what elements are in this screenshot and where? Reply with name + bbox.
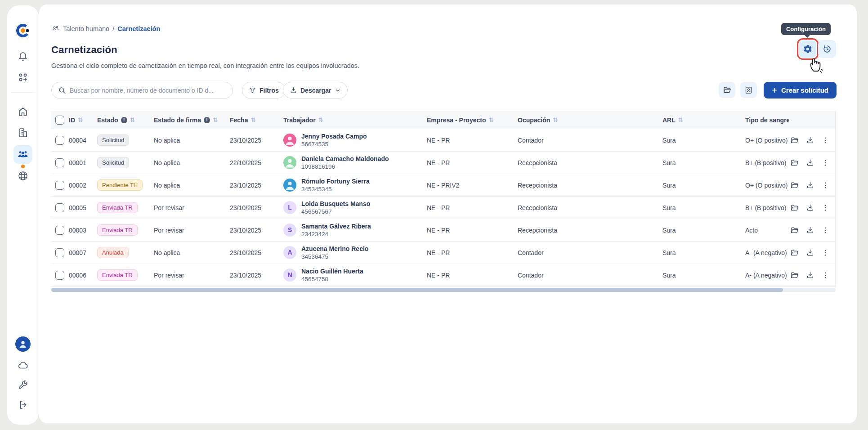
config-highlight-box — [797, 38, 819, 60]
row-select-cell — [51, 226, 69, 235]
worker-document: 23423424 — [301, 230, 371, 238]
cell-estado: Pendiente TH — [97, 179, 154, 191]
row-folder-button[interactable] — [790, 271, 799, 280]
select-all-checkbox[interactable] — [55, 116, 64, 125]
cell-actions — [789, 181, 836, 190]
sort-icon[interactable]: ⇅ — [318, 116, 323, 123]
cell-fecha: 22/10/2025 — [230, 159, 283, 166]
info-icon[interactable]: i — [121, 117, 127, 123]
cell-empresa-proyecto: NE - PR — [427, 272, 518, 279]
notifications-button[interactable] — [18, 50, 28, 61]
column-header-sangre: Tipo de sangre — [745, 116, 789, 124]
cell-arl: Sura — [662, 182, 745, 189]
row-folder-button[interactable] — [790, 203, 799, 212]
row-checkbox[interactable] — [55, 203, 64, 212]
breadcrumb-current[interactable]: Carnetización — [117, 25, 160, 32]
sort-icon[interactable]: ⇅ — [251, 116, 255, 123]
info-icon[interactable]: i — [204, 117, 210, 123]
row-download-button[interactable] — [806, 226, 814, 234]
table-row: 00007AnuladaNo aplica23/10/2025AAzucena … — [51, 242, 835, 264]
sidebar-item-company[interactable] — [18, 127, 28, 138]
row-checkbox[interactable] — [55, 181, 64, 190]
cell-estado-firma: Por revisar — [154, 227, 230, 234]
row-menu-button[interactable] — [821, 249, 829, 257]
row-menu-button[interactable] — [821, 226, 829, 234]
horizontal-scrollbar-track[interactable] — [51, 288, 836, 292]
row-download-button[interactable] — [806, 181, 814, 189]
configuracion-button[interactable] — [799, 40, 816, 58]
cell-estado-firma: No aplica — [154, 249, 230, 256]
cell-trabajador: Rómulo Fortuny Sierra345345345 — [283, 177, 427, 193]
sort-icon[interactable]: ⇅ — [213, 116, 218, 123]
row-download-button[interactable] — [806, 136, 814, 144]
sidebar-item-talento-humano-active[interactable] — [13, 145, 32, 164]
home-icon — [18, 106, 28, 117]
apps-button[interactable] — [18, 72, 28, 83]
sort-icon[interactable]: ⇅ — [678, 116, 683, 123]
breadcrumb-section[interactable]: Talento humano — [63, 25, 109, 32]
row-menu-button[interactable] — [821, 136, 829, 144]
row-folder-button[interactable] — [790, 136, 799, 145]
row-checkbox[interactable] — [55, 158, 64, 167]
row-folder-button[interactable] — [790, 158, 799, 167]
sidebar-item-globe[interactable] — [18, 170, 28, 181]
sort-icon[interactable]: ⇅ — [130, 116, 135, 123]
sidebar-item-tools[interactable] — [18, 380, 28, 390]
cell-actions — [789, 248, 836, 257]
worker-name: Rómulo Fortuny Sierra — [301, 177, 370, 185]
row-download-button[interactable] — [806, 248, 814, 257]
card-gallery-button[interactable] — [740, 82, 757, 98]
row-folder-button[interactable] — [790, 248, 799, 257]
logo-icon — [16, 24, 30, 37]
row-select-cell — [51, 181, 69, 190]
cell-id: 00005 — [69, 204, 97, 211]
sidebar-item-cloud[interactable] — [17, 359, 29, 371]
cell-actions — [789, 158, 836, 167]
row-download-button[interactable] — [806, 158, 814, 167]
filters-button[interactable]: Filtros — [242, 82, 286, 99]
table-row: 00005Enviada TRPor revisar23/10/2025LLoi… — [51, 197, 835, 219]
row-checkbox[interactable] — [55, 136, 64, 145]
column-header-estado: Estadoi⇅ — [97, 116, 154, 124]
row-download-button[interactable] — [806, 271, 814, 279]
row-checkbox[interactable] — [55, 248, 64, 257]
gear-icon — [803, 44, 813, 54]
horizontal-scrollbar-thumb[interactable] — [51, 288, 783, 292]
active-nav-bg — [13, 145, 32, 164]
worker-name: Loida Busquets Manso — [301, 200, 370, 208]
cell-trabajador: LLoida Busquets Manso456567567 — [283, 200, 427, 216]
table-header-row: ID⇅Estadoi⇅Estado de firmai⇅Fecha⇅Trabaj… — [51, 111, 835, 129]
logout-button[interactable] — [18, 399, 28, 410]
worker-initial-avatar: L — [283, 201, 296, 214]
row-select-cell — [51, 136, 69, 145]
cell-trabajador: AAzucena Merino Recio34536475 — [283, 245, 427, 261]
app-logo[interactable] — [16, 24, 30, 37]
row-menu-button[interactable] — [821, 159, 829, 167]
row-menu-button[interactable] — [821, 204, 829, 212]
sort-icon[interactable]: ⇅ — [78, 116, 83, 123]
sidebar-item-home[interactable] — [18, 106, 28, 117]
search-box — [51, 82, 233, 99]
documents-folder-button[interactable] — [719, 82, 735, 98]
cell-tipo-sangre: O+ (O positivo) — [745, 137, 789, 144]
column-label: Empresa - Proyecto — [427, 116, 486, 124]
row-folder-button[interactable] — [790, 226, 799, 235]
worker-initial-avatar: A — [283, 246, 296, 259]
row-checkbox[interactable] — [55, 271, 64, 280]
sort-icon[interactable]: ⇅ — [553, 116, 558, 123]
sort-icon[interactable]: ⇅ — [489, 116, 494, 123]
row-checkbox[interactable] — [55, 226, 64, 235]
active-notification-dot — [21, 165, 25, 168]
worker: AAzucena Merino Recio34536475 — [283, 245, 427, 261]
row-folder-button[interactable] — [790, 181, 799, 190]
search-input[interactable] — [70, 87, 226, 94]
row-menu-button[interactable] — [821, 181, 829, 189]
create-request-button[interactable]: + Crear solicitud — [764, 82, 837, 99]
history-button[interactable] — [818, 40, 836, 58]
row-download-button[interactable] — [806, 203, 814, 212]
row-menu-button[interactable] — [821, 271, 829, 279]
sidebar — [7, 5, 39, 425]
download-button[interactable]: Descargar — [283, 82, 348, 99]
user-avatar-button[interactable] — [15, 336, 31, 352]
cell-arl: Sura — [662, 137, 745, 144]
